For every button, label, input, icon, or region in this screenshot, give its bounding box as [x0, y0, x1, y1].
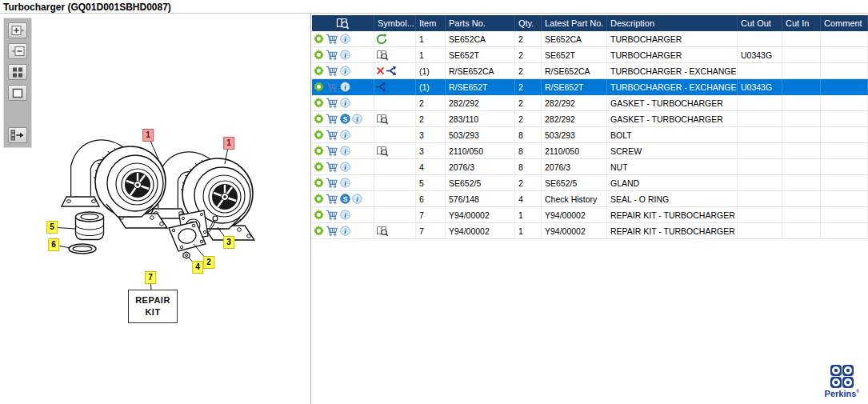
callout-1[interactable]: 1 — [142, 129, 154, 142]
gear-icon[interactable] — [314, 34, 324, 44]
comment-cell — [821, 31, 868, 47]
table-row[interactable]: i1SE652CA2SE652CATURBOCHARGER — [312, 31, 868, 47]
column-header-comment[interactable]: Comment — [821, 15, 868, 31]
info-icon[interactable]: i — [340, 210, 350, 220]
column-header-description[interactable]: Description — [607, 15, 738, 31]
column-header-latest[interactable]: Latest Part No. — [542, 15, 607, 31]
cart-icon[interactable] — [326, 34, 338, 44]
table-row[interactable]: i(1)R/SE652T2R/SE652TTURBOCHARGER - EXCH… — [312, 79, 868, 95]
column-header-qty[interactable]: Qty. — [515, 15, 542, 31]
callout-4[interactable]: 4 — [192, 261, 203, 274]
zoom-in-button[interactable] — [8, 22, 27, 38]
qty-cell: 4 — [515, 191, 542, 207]
callout-5[interactable]: 5 — [46, 221, 58, 234]
info-icon[interactable]: i — [352, 194, 362, 204]
gear-icon[interactable] — [314, 114, 324, 124]
info-icon[interactable]: i — [340, 34, 350, 44]
table-row[interactable]: i3503/2938503/293BOLT — [312, 127, 868, 143]
actions-cell: i — [312, 159, 374, 175]
cart-icon[interactable] — [326, 178, 338, 188]
info-icon[interactable]: i — [340, 82, 350, 92]
info-icon[interactable]: i — [340, 146, 350, 156]
cart-icon[interactable] — [326, 130, 338, 140]
parts-no-cell: Y94/00002 — [446, 207, 515, 223]
cart-icon[interactable] — [326, 114, 338, 124]
gear-icon[interactable] — [314, 98, 324, 108]
table-row[interactable]: Si2283/1102282/292GASKET - TURBOCHARGER — [312, 111, 868, 127]
info-icon[interactable]: i — [340, 226, 350, 236]
callout-7[interactable]: 7 — [145, 271, 156, 284]
gear-icon[interactable] — [314, 50, 324, 60]
book-search-icon — [376, 226, 389, 237]
table-row[interactable]: i7Y94/000021Y94/00002REPAIR KIT - TURBOC… — [312, 223, 868, 239]
column-header-actions[interactable] — [312, 15, 374, 31]
table-row[interactable]: Si6576/1484Check HistorySEAL - O RING — [312, 191, 868, 207]
gear-icon[interactable] — [314, 194, 324, 204]
column-header-cut_in[interactable]: Cut In — [782, 15, 821, 31]
callout-1[interactable]: 1 — [223, 137, 234, 150]
zoom-out-button[interactable] — [8, 43, 27, 59]
s-icon[interactable]: S — [340, 194, 350, 204]
cart-icon[interactable] — [326, 162, 338, 172]
gear-icon[interactable] — [314, 130, 324, 140]
table-row[interactable]: i7Y94/000021Y94/00002REPAIR KIT - TURBOC… — [312, 207, 868, 223]
comment-cell — [821, 223, 868, 239]
gear-icon[interactable] — [314, 82, 324, 92]
gear-icon[interactable] — [314, 66, 324, 76]
cart-icon[interactable] — [326, 194, 338, 204]
column-header-parts_no[interactable]: Parts No. — [446, 15, 515, 31]
column-header-cut_out[interactable]: Cut Out — [738, 15, 782, 31]
cut-in-cell — [782, 143, 821, 159]
info-icon[interactable]: i — [340, 98, 350, 108]
book-search-icon — [376, 50, 389, 61]
fit-all-button[interactable] — [8, 64, 27, 80]
gear-icon[interactable] — [314, 210, 324, 220]
table-row[interactable]: i5SE652/52SE652/5GLAND — [312, 175, 868, 191]
description-cell: GASKET - TURBOCHARGER — [607, 111, 738, 127]
info-icon[interactable]: i — [340, 178, 350, 188]
cart-icon[interactable] — [326, 226, 338, 236]
parts-no-cell: 576/148 — [446, 191, 515, 207]
callout-6[interactable]: 6 — [48, 238, 59, 251]
parts-no-cell: 2110/050 — [446, 143, 515, 159]
book-search-icon — [376, 114, 389, 125]
cut-out-cell — [738, 127, 782, 143]
actions-cell: i — [312, 223, 374, 239]
table-row[interactable]: i(1)R/SE652CA2R/SE652CATURBOCHARGER - EX… — [312, 63, 868, 79]
table-row[interactable]: i2282/2922282/292GASKET - TURBOCHARGER — [312, 95, 868, 111]
gear-icon[interactable] — [314, 162, 324, 172]
view-window-button[interactable] — [8, 85, 27, 101]
toggle-panel-button[interactable] — [8, 127, 27, 143]
callout-3[interactable]: 3 — [223, 236, 234, 249]
latest-part-no-cell: R/SE652T — [542, 79, 607, 95]
table-row[interactable]: i32110/05082110/050SCREW — [312, 143, 868, 159]
svg-text:i: i — [344, 67, 346, 75]
column-header-item[interactable]: Item — [416, 15, 446, 31]
gear-icon[interactable] — [314, 226, 324, 236]
table-row[interactable]: i42076/382076/3NUT — [312, 159, 868, 175]
cart-icon[interactable] — [326, 210, 338, 220]
item-cell: 1 — [416, 47, 446, 63]
cart-icon[interactable] — [326, 66, 338, 76]
column-header-symbols[interactable]: Symbol... — [374, 15, 416, 31]
cut-in-cell — [782, 191, 821, 207]
gear-icon[interactable] — [314, 146, 324, 156]
callout-2[interactable]: 2 — [203, 256, 214, 269]
cart-icon[interactable] — [326, 50, 338, 60]
cart-icon[interactable] — [326, 98, 338, 108]
comment-cell — [821, 175, 868, 191]
info-icon[interactable]: i — [340, 50, 350, 60]
gear-icon[interactable] — [314, 178, 324, 188]
cart-icon[interactable] — [326, 82, 338, 92]
turbocharger-diagram — [0, 0, 311, 404]
s-icon[interactable]: S — [340, 114, 350, 124]
symbol-cell — [374, 111, 416, 127]
info-icon[interactable]: i — [340, 130, 350, 140]
info-icon[interactable]: i — [340, 66, 350, 76]
qty-cell: 8 — [515, 127, 542, 143]
info-icon[interactable]: i — [352, 114, 362, 124]
table-row[interactable]: i1SE652T2SE652TTURBOCHARGERU0343G — [312, 47, 868, 63]
cut-out-cell — [738, 31, 782, 47]
cart-icon[interactable] — [326, 146, 338, 156]
info-icon[interactable]: i — [340, 162, 350, 172]
